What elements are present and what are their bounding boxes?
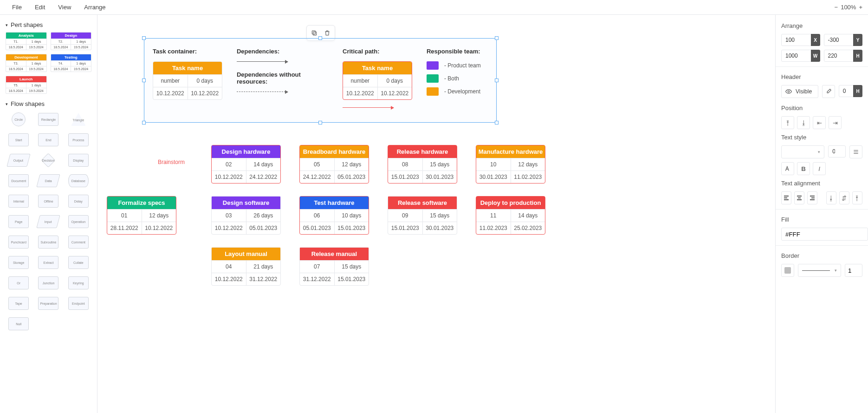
flow-shape-input[interactable]: Input (35, 213, 61, 230)
task-node-n8[interactable]: Release hardware0815 days15.01.202330.01… (388, 145, 457, 184)
task-node-n10[interactable]: Manufacture hardware1012 days30.01.20231… (476, 145, 545, 184)
flow-shape-process[interactable]: Process (65, 131, 91, 148)
task-node-n6[interactable]: Test hardware0610 days05.01.202315.01.20… (299, 196, 369, 235)
canvas[interactable]: Task container: Task name number0 days 1… (97, 15, 775, 413)
legend-team-label: Responsible team: (427, 48, 488, 55)
align-right-icon[interactable] (807, 191, 817, 204)
legend-crit-card: Task name number0 days 10.12.202210.12.2… (343, 61, 412, 100)
menu-file[interactable]: File (6, 1, 28, 13)
valign-top-icon[interactable]: ⭱ (852, 191, 862, 204)
flow-section-toggle[interactable]: Flow shapes (6, 100, 91, 107)
flow-shape-extract[interactable]: Extract (35, 254, 61, 271)
pert-shape-design[interactable]: DesignT2.1 days18.5.202419.5.2024 (51, 32, 92, 50)
menu-arrange[interactable]: Arrange (78, 1, 112, 13)
flow-shape-or[interactable]: Or (6, 275, 32, 291)
font-family-select[interactable] (781, 145, 824, 158)
flow-shape-junction[interactable]: Junction (35, 275, 61, 291)
shape-palette: Pert shapes AnalysisT1.1 days18.5.202419… (0, 15, 97, 413)
flow-shape-triangle[interactable]: Triangle (65, 111, 91, 128)
textstyle-heading: Text style (781, 134, 862, 141)
flow-shape-end[interactable]: End (35, 131, 61, 148)
legend-dependencies-label: Dependencies: (237, 48, 329, 55)
flow-shape-database[interactable]: Database (65, 172, 91, 189)
flow-shape-rectangle[interactable]: Rectangle (35, 111, 61, 128)
pert-shape-testing[interactable]: TestingT4.1 days18.5.202419.5.2024 (51, 54, 92, 72)
flow-shape-decision[interactable]: Decision (35, 152, 61, 169)
flow-shape-punchcard[interactable]: Punchcard (6, 234, 32, 250)
pert-shape-development[interactable]: DevelopmentT3.1 days18.5.202419.5.2024 (6, 54, 47, 72)
flow-shape-subroutine[interactable]: Subroutine (35, 234, 61, 250)
task-node-n9[interactable]: Release software0915 days15.01.202330.01… (388, 196, 457, 235)
line-height-icon[interactable] (849, 145, 862, 158)
task-node-n2[interactable]: Design hardware0214 days10.12.202224.12.… (211, 145, 281, 184)
task-node-n3[interactable]: Design software0326 days10.12.202205.01.… (211, 196, 281, 235)
resize-handle[interactable] (318, 36, 322, 40)
task-node-n7[interactable]: Release manual0715 days31.12.202215.01.2… (299, 247, 369, 286)
resize-handle[interactable] (495, 36, 499, 40)
pert-shape-analysis[interactable]: AnalysisT1.1 days18.5.202419.5.2024 (6, 32, 47, 50)
selection-legend[interactable]: Task container: Task name number0 days 1… (144, 38, 497, 123)
border-style-select[interactable] (798, 264, 841, 277)
pos-top-icon[interactable]: ⭱ (781, 116, 794, 129)
menu-edit[interactable]: Edit (28, 1, 52, 13)
flow-shape-collate[interactable]: Collate (65, 254, 91, 271)
flow-shape-data[interactable]: Data (35, 172, 61, 189)
border-heading: Border (781, 252, 862, 259)
valign-middle-icon[interactable]: ⇵ (839, 191, 849, 204)
border-width-input[interactable] (845, 264, 862, 277)
visible-toggle[interactable]: Visible (781, 85, 818, 98)
border-color[interactable] (781, 264, 794, 277)
flow-shape-circle[interactable]: Circle (6, 111, 32, 128)
align-center-icon[interactable] (794, 191, 804, 204)
task-node-n1[interactable]: Formalize specs0112 days28.11.202210.12.… (107, 196, 176, 235)
flow-shape-endpoint[interactable]: Endpoint (65, 295, 91, 312)
flow-shape-offline[interactable]: Offline (35, 193, 61, 210)
eye-icon (785, 88, 792, 95)
flow-shape-document[interactable]: Document (6, 172, 32, 189)
pos-right-icon[interactable]: ⇥ (829, 116, 842, 129)
color-picker-button[interactable] (822, 85, 835, 98)
flow-shape-delay[interactable]: Delay (65, 193, 91, 210)
flow-shape-preparation[interactable]: Preparation (35, 295, 61, 312)
pos-bottom-icon[interactable]: ⭳ (797, 116, 810, 129)
bold-icon[interactable]: B (797, 162, 810, 175)
flow-shape-internal[interactable]: Internal (6, 193, 32, 210)
text-color-icon[interactable] (781, 162, 794, 175)
eyedropper-icon (825, 88, 832, 95)
pert-section-toggle[interactable]: Pert shapes (6, 21, 91, 28)
menu-view[interactable]: View (52, 1, 78, 13)
valign-bottom-icon[interactable]: ⭳ (826, 191, 836, 204)
flow-shape-null[interactable]: Null (6, 315, 32, 332)
resize-handle[interactable] (142, 36, 146, 40)
position-heading: Position (781, 105, 862, 111)
resize-handle[interactable] (495, 79, 499, 82)
flow-shape-page[interactable]: Page (6, 213, 32, 230)
flow-shape-start[interactable]: Start (6, 131, 32, 148)
task-node-n5[interactable]: Breadboard hardware0512 days24.12.202205… (299, 145, 369, 184)
fill-input[interactable] (781, 228, 868, 241)
flow-shape-tape[interactable]: Tape (6, 295, 32, 312)
task-node-n4[interactable]: Layout manual0421 days10.12.202231.12.20… (211, 247, 281, 286)
resize-handle[interactable] (318, 121, 322, 125)
legend-critical-label: Critical path: (343, 48, 413, 55)
pos-left-icon[interactable]: ⇤ (813, 116, 826, 129)
arrange-heading: Arrange (781, 22, 862, 29)
flow-shape-output[interactable]: Output (6, 152, 32, 169)
font-size-input[interactable] (828, 145, 846, 157)
flow-shape-keyring[interactable]: Keyring (65, 275, 91, 291)
italic-icon[interactable]: I (813, 162, 826, 175)
flow-shape-operation[interactable]: Operation (65, 213, 91, 230)
resize-handle[interactable] (142, 79, 146, 82)
align-left-icon[interactable] (781, 191, 791, 204)
delete-icon[interactable] (322, 27, 333, 39)
resize-handle[interactable] (495, 121, 499, 125)
flow-shape-display[interactable]: Display (65, 152, 91, 169)
legend-team-row: - Development (427, 87, 488, 96)
flow-shape-storage[interactable]: Storage (6, 254, 32, 271)
task-node-n11[interactable]: Deploy to production1114 days11.02.20232… (476, 196, 545, 235)
pert-shape-launch[interactable]: LaunchT5.1 days18.5.202419.5.2024 (6, 76, 47, 94)
resize-handle[interactable] (142, 121, 146, 125)
flow-shape-comment[interactable]: Comment (65, 234, 91, 250)
zoom-in-icon[interactable]: + (859, 4, 862, 11)
zoom-out-icon[interactable]: − (835, 4, 838, 11)
